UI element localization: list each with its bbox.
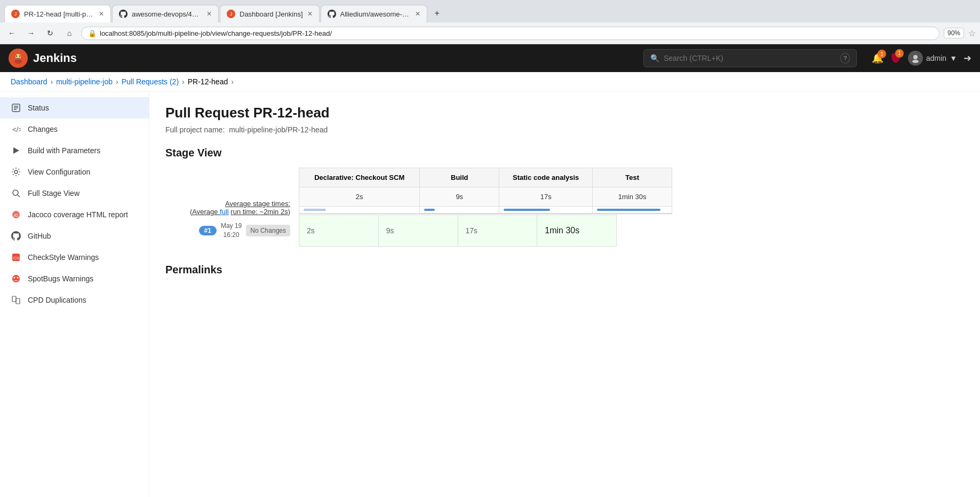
progress-checkout <box>299 207 420 214</box>
breadcrumb: Dashboard › multi-pipeline-job › Pull Re… <box>0 72 980 92</box>
sidebar-item-checkstyle[interactable]: CS CheckStyle Warnings <box>0 247 149 268</box>
svg-point-14 <box>13 190 18 195</box>
tab-github-icon1 <box>119 10 128 18</box>
tab-jenkins-favicon2: J <box>227 10 235 18</box>
build-date-time: May 19 16:20 <box>221 222 242 240</box>
tab-dashboard-jenkins[interactable]: J Dashboard [Jenkins] ✕ <box>220 5 320 22</box>
sidebar-item-view-config[interactable]: View Configuration <box>0 161 149 183</box>
logout-button[interactable]: ➜ <box>963 52 971 64</box>
build-row-container: #1 May 19 16:20 No Changes 2s 9s 17s <box>165 215 964 247</box>
avg-test-time: 1min 30s <box>593 187 672 207</box>
spotbugs-icon <box>11 273 21 284</box>
home-button[interactable]: ⌂ <box>62 26 77 41</box>
search-help-icon[interactable]: ? <box>840 53 850 64</box>
tab-awesome-devops[interactable]: awesome-devops/43_ans... ✕ <box>112 5 219 22</box>
svg-point-21 <box>14 277 15 279</box>
search-input[interactable] <box>664 54 836 62</box>
avg-build-time: 9s <box>420 187 499 207</box>
reload-button[interactable]: ↻ <box>43 26 58 41</box>
browser-chrome: J PR-12-head [multi-pipelin... ✕ awesome… <box>0 0 980 44</box>
sidebar-item-cpd[interactable]: CPD Duplications <box>0 289 149 311</box>
build-badge-container: #1 <box>199 226 217 235</box>
notification-button[interactable]: 🔔 1 <box>872 52 883 64</box>
address-bar-row: ← → ↻ ⌂ 🔒 localhost:8085/job/multi-pipel… <box>0 22 980 44</box>
back-button[interactable]: ← <box>4 26 19 41</box>
progress-bar-row <box>299 207 672 214</box>
security-button[interactable]: 1 <box>890 51 902 66</box>
sidebar-item-changes[interactable]: </> Changes <box>0 119 149 140</box>
new-tab-button[interactable]: + <box>428 4 446 22</box>
changes-icon: </> <box>11 124 21 135</box>
stage-left-info: Average stage times: (Average full run t… <box>165 168 299 216</box>
page-title: Pull Request PR-12-head <box>165 105 964 121</box>
svg-point-5 <box>913 55 918 59</box>
sidebar-jacoco-label: Jacoco coverage HTML report <box>28 210 128 219</box>
stage-col-build: Build <box>420 168 499 187</box>
jenkins-logo[interactable]: Jenkins <box>9 49 77 68</box>
sidebar-item-github[interactable]: GitHub <box>0 225 149 247</box>
svg-line-15 <box>18 195 20 197</box>
build-time: 16:20 <box>221 231 242 240</box>
tab-alliedium[interactable]: Alliedium/awesome-ansi... ✕ <box>321 5 427 22</box>
user-chevron-icon: ▼ <box>950 54 957 62</box>
permalinks-section: Permalinks <box>165 264 964 276</box>
build-test-val: 1min 30s <box>537 215 617 247</box>
sidebar-item-status[interactable]: Status <box>0 97 149 119</box>
bookmark-icon[interactable]: ☆ <box>968 28 976 38</box>
breadcrumb-sep2: › <box>116 77 118 86</box>
svg-text:CS: CS <box>13 256 19 261</box>
sidebar-item-full-stage[interactable]: Full Stage View <box>0 183 149 204</box>
address-box[interactable]: 🔒 localhost:8085/job/multi-pipeline-job/… <box>81 27 939 40</box>
zoom-badge[interactable]: 90% <box>944 28 964 38</box>
breadcrumb-multi-pipeline[interactable]: multi-pipeline-job <box>56 77 113 86</box>
breadcrumb-pull-requests[interactable]: Pull Requests (2) <box>122 77 179 86</box>
avg-stage-times-label: Average stage times: <box>225 200 290 208</box>
sidebar-status-label: Status <box>28 104 49 112</box>
svg-point-22 <box>17 277 19 279</box>
build-checkout-val: 2s <box>299 215 379 247</box>
build-badge[interactable]: #1 <box>199 226 217 235</box>
header-icons: 🔔 1 1 admin ▼ ➜ <box>872 51 971 66</box>
svg-point-6 <box>912 60 919 63</box>
breadcrumb-dashboard[interactable]: Dashboard <box>11 77 47 86</box>
tab-pr12head-label: PR-12-head [multi-pipelin... <box>24 10 94 18</box>
tab-awesome-devops-close[interactable]: ✕ <box>206 10 212 18</box>
sidebar-checkstyle-label: CheckStyle Warnings <box>28 253 99 262</box>
stage-col-test: Test <box>593 168 672 187</box>
tab-pr12head-close[interactable]: ✕ <box>99 10 104 18</box>
svg-point-13 <box>14 170 18 173</box>
progress-bar-build <box>424 209 435 211</box>
search-box[interactable]: 🔍 ? <box>643 49 857 67</box>
status-icon <box>11 102 21 113</box>
tab-pr12head[interactable]: J PR-12-head [multi-pipelin... ✕ <box>4 5 111 22</box>
sidebar-item-jacoco[interactable]: JC Jacoco coverage HTML report <box>0 204 149 225</box>
build-values-table: 2s 9s 17s 1min 30s <box>299 215 617 247</box>
build-left-info: #1 May 19 16:20 No Changes <box>165 215 299 247</box>
sidebar-github-label: GitHub <box>28 232 51 240</box>
no-changes-badge: No Changes <box>246 225 290 236</box>
breadcrumb-pr12head: PR-12-head <box>188 77 228 86</box>
sidebar-item-spotbugs[interactable]: SpotBugs Warnings <box>0 268 149 289</box>
svg-point-4 <box>19 56 20 57</box>
svg-rect-23 <box>12 296 16 302</box>
tab-dashboard-close[interactable]: ✕ <box>307 10 313 18</box>
svg-text:JC: JC <box>13 213 19 218</box>
view-config-icon <box>11 167 21 177</box>
svg-text:</>: </> <box>12 125 21 133</box>
tab-dashboard-label: Dashboard [Jenkins] <box>240 10 303 18</box>
avg-time-row: 2s 9s 17s 1min 30s <box>299 187 672 207</box>
sidebar-cpd-label: CPD Duplications <box>28 296 86 304</box>
avg-checkout-time: 2s <box>299 187 420 207</box>
tab-alliedium-close[interactable]: ✕ <box>415 10 420 18</box>
tab-jenkins-favicon: J <box>11 10 20 18</box>
full-project-name: Full project name: multi-pipeline-job/PR… <box>165 125 964 134</box>
forward-button[interactable]: → <box>23 26 38 41</box>
user-menu-button[interactable]: admin ▼ <box>908 51 957 66</box>
sidebar-item-build-params[interactable]: Build with Parameters <box>0 140 149 161</box>
stage-table: Declarative: Checkout SCM Build Static c… <box>299 168 672 214</box>
build-static-val: 17s <box>458 215 537 247</box>
tab-github-icon2 <box>328 10 336 18</box>
stage-view-title: Stage View <box>165 147 964 159</box>
breadcrumb-sep4: › <box>231 77 234 86</box>
user-avatar <box>908 51 923 66</box>
